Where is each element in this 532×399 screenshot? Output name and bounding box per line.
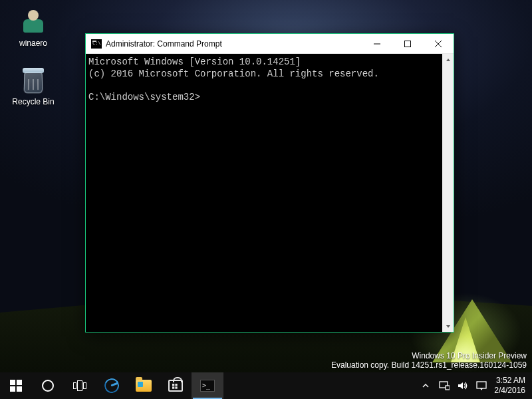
titlebar[interactable]: Administrator: Command Prompt (86, 34, 454, 54)
desktop-icon-recycle-bin[interactable]: Recycle Bin (8, 66, 59, 106)
tray-overflow-button[interactable] (420, 372, 432, 399)
start-button[interactable] (0, 372, 32, 399)
svg-rect-3 (477, 382, 486, 388)
cmd-title-icon (91, 39, 102, 49)
user-icon (19, 8, 47, 36)
desktop-icon-label: winaero (8, 39, 59, 48)
window-title: Administrator: Command Prompt (106, 39, 362, 49)
desktop-icon-winaero[interactable]: winaero (8, 8, 59, 48)
taskbar-app-command-prompt[interactable] (192, 372, 223, 399)
taskbar-app-store[interactable] (160, 372, 192, 399)
console-prompt: C:\Windows\system32> (88, 92, 200, 102)
task-view-icon (73, 380, 86, 391)
console-line: (c) 2016 Microsoft Corporation. All righ… (88, 68, 379, 79)
cortana-button[interactable] (32, 372, 64, 399)
tray-notifications-button[interactable] (475, 372, 487, 399)
taskbar-app-file-explorer[interactable] (128, 372, 160, 399)
folder-icon (136, 380, 152, 392)
chevron-up-icon (422, 382, 429, 389)
network-icon (439, 381, 450, 390)
windows-watermark: Windows 10 Pro Insider Preview Evaluatio… (331, 351, 527, 370)
minimize-button[interactable] (362, 34, 392, 54)
desktop-icon-label: Recycle Bin (8, 97, 59, 106)
scroll-up-button[interactable] (442, 54, 454, 65)
svg-rect-0 (405, 41, 411, 47)
cmd-icon (200, 380, 215, 392)
cortana-icon (42, 380, 54, 392)
store-icon (168, 380, 183, 392)
maximize-button[interactable] (392, 34, 423, 54)
scroll-track[interactable] (442, 65, 454, 321)
task-view-button[interactable] (64, 372, 96, 399)
console-line: Microsoft Windows [Version 10.0.14251] (88, 57, 301, 67)
clock-date: 2/4/2016 (494, 386, 525, 396)
watermark-line: Evaluation copy. Build 14251.rs1_release… (331, 360, 527, 370)
taskbar[interactable]: 3:52 AM 2/4/2016 (0, 372, 532, 399)
taskbar-clock[interactable]: 3:52 AM 2/4/2016 (494, 376, 525, 396)
vertical-scrollbar[interactable] (442, 54, 454, 332)
close-button[interactable] (423, 34, 454, 54)
volume-icon (458, 381, 468, 390)
taskbar-app-edge[interactable] (96, 372, 128, 399)
recycle-bin-icon (19, 66, 47, 94)
windows-logo-icon (10, 380, 22, 392)
tray-network-button[interactable] (438, 372, 450, 399)
clock-time: 3:52 AM (494, 376, 525, 386)
edge-icon (102, 376, 121, 395)
console-output[interactable]: Microsoft Windows [Version 10.0.14251] (… (86, 54, 442, 332)
svg-rect-2 (446, 386, 450, 390)
notifications-icon (476, 381, 487, 390)
command-prompt-window[interactable]: Administrator: Command Prompt Microsoft … (85, 33, 454, 332)
tray-volume-button[interactable] (457, 372, 469, 399)
watermark-line: Windows 10 Pro Insider Preview (331, 351, 527, 360)
system-tray[interactable]: 3:52 AM 2/4/2016 (416, 372, 532, 399)
desktop[interactable]: winaero Recycle Bin Administrator: Comma… (0, 0, 532, 399)
scroll-down-button[interactable] (442, 321, 454, 332)
